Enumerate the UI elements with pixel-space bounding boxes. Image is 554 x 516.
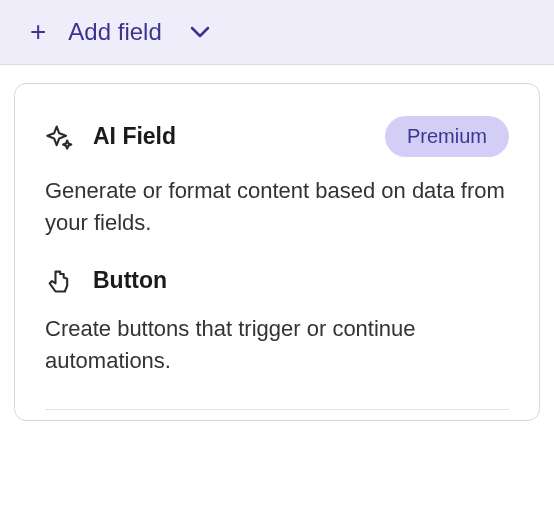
field-option-header: Button xyxy=(45,267,509,295)
add-field-header[interactable]: + Add field xyxy=(0,0,554,65)
pointer-icon xyxy=(45,267,73,295)
field-option-title: Button xyxy=(93,267,509,294)
field-option-description: Create buttons that trigger or continue … xyxy=(45,313,509,377)
field-option-ai-field[interactable]: AI Field Premium Generate or format cont… xyxy=(45,116,509,267)
field-option-description: Generate or format content based on data… xyxy=(45,175,509,239)
divider xyxy=(45,409,509,410)
field-option-title: AI Field xyxy=(93,123,365,150)
add-field-label: Add field xyxy=(68,18,161,46)
premium-badge: Premium xyxy=(385,116,509,157)
field-option-header: AI Field Premium xyxy=(45,116,509,157)
field-type-dropdown: AI Field Premium Generate or format cont… xyxy=(14,83,540,421)
plus-icon: + xyxy=(30,18,46,46)
field-option-button[interactable]: Button Create buttons that trigger or co… xyxy=(45,267,509,405)
chevron-down-icon xyxy=(190,26,210,38)
sparkle-icon xyxy=(45,123,73,151)
